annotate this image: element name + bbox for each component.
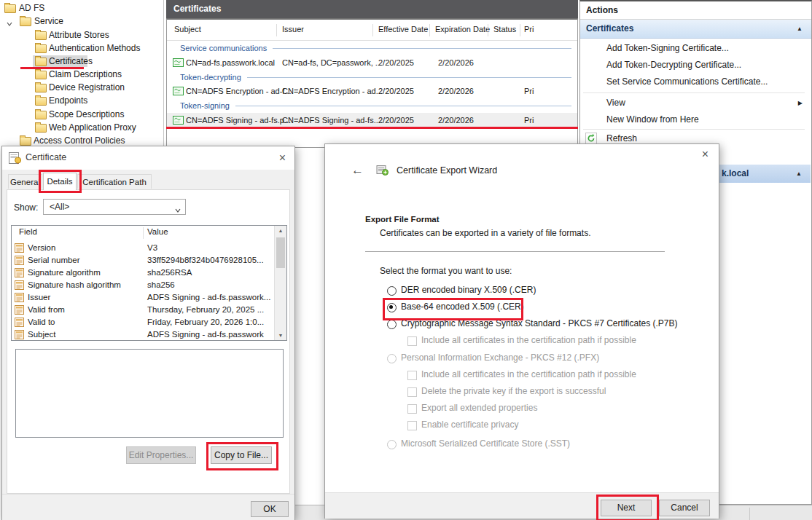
radio-icon-sst bbox=[387, 440, 397, 449]
show-dropdown[interactable]: <All> bbox=[43, 199, 186, 215]
tab-details[interactable]: Details bbox=[43, 173, 77, 190]
option-pfx-delete-key: Delete the private key if the export is … bbox=[325, 386, 719, 401]
checkbox-icon-pfx-include bbox=[407, 371, 417, 380]
chevron-down-icon[interactable] bbox=[6, 18, 13, 25]
edit-properties-button: Edit Properties... bbox=[126, 446, 196, 464]
field-column-header[interactable]: Field bbox=[19, 227, 37, 236]
field-value-preview-box bbox=[15, 349, 284, 438]
folder-icon bbox=[20, 137, 31, 146]
close-icon[interactable]: × bbox=[702, 149, 708, 160]
tree-item-scope-descriptions[interactable]: Scope Descriptions bbox=[0, 108, 162, 121]
certificate-export-wizard: × ← Certificate Export Wizard Export Fil… bbox=[324, 143, 719, 519]
cell-issuer: CN=ADFS Encryption - ad... bbox=[282, 87, 383, 95]
show-dropdown-value: <All> bbox=[50, 202, 69, 212]
copy-to-file-button[interactable]: Copy to File... bbox=[211, 446, 272, 464]
option-pkcs7-include: Include all certificates in the certific… bbox=[325, 335, 719, 350]
action-view[interactable]: View ▶ bbox=[580, 95, 811, 111]
panel-splitter[interactable] bbox=[163, 0, 164, 146]
field-row-issuer[interactable]: Issuer ADFS Signing - ad-fs.passwork... bbox=[12, 291, 286, 304]
radio-icon-pfx bbox=[387, 354, 397, 363]
folder-icon bbox=[35, 111, 47, 119]
tree-item-ad-fs[interactable]: AD FS bbox=[0, 1, 162, 15]
value-column-header[interactable]: Value bbox=[147, 227, 168, 236]
submenu-arrow-icon: ▶ bbox=[798, 95, 803, 111]
action-new-window[interactable]: New Window from Here bbox=[580, 111, 811, 128]
tab-general[interactable]: General bbox=[8, 174, 42, 189]
field-row-serial-number[interactable]: Serial number 33ff5294b8f324b0476928105.… bbox=[12, 254, 286, 267]
close-icon[interactable]: × bbox=[279, 152, 286, 164]
next-button[interactable]: Next bbox=[601, 500, 652, 516]
wizard-separator bbox=[365, 251, 665, 252]
wizard-heading: Export File Format bbox=[365, 215, 440, 224]
field-row-signature-hash-algorithm[interactable]: Signature hash algorithm sha256 bbox=[12, 279, 286, 291]
cell-effective: 2/20/2025 bbox=[378, 58, 414, 67]
radio-icon-base64[interactable] bbox=[387, 303, 397, 312]
option-der[interactable]: DER encoded binary X.509 (.CER) bbox=[325, 285, 719, 299]
certificate-fields-list[interactable]: Field Value Version V3 Serial number 33f… bbox=[11, 225, 287, 341]
scroll-up-icon[interactable]: ▲ bbox=[275, 228, 286, 233]
certificate-row-service-communications[interactable]: CN=ad-fs.passwork.local CN=ad-fs, DC=pas… bbox=[167, 55, 577, 70]
folder-icon bbox=[4, 4, 16, 13]
option-pkcs7[interactable]: Cryptographic Message Syntax Standard - … bbox=[325, 318, 719, 333]
field-row-version[interactable]: Version V3 bbox=[12, 242, 286, 254]
back-arrow-icon[interactable]: ← bbox=[351, 163, 364, 178]
tree-item-certificates[interactable]: Certificates bbox=[0, 55, 162, 68]
tree-item-authentication-methods[interactable]: Authentication Methods bbox=[0, 42, 162, 55]
certificate-dialog: Certificate × General Details Certificat… bbox=[1, 146, 295, 520]
field-row-signature-algorithm[interactable]: Signature algorithm sha256RSA bbox=[12, 267, 286, 279]
scrollbar-thumb[interactable] bbox=[276, 237, 285, 268]
field-row-subject[interactable]: Subject ADFS Signing - ad-fs.passwork bbox=[12, 328, 286, 341]
column-header-effective-date[interactable]: Effective Date bbox=[378, 25, 428, 34]
option-base64-selected[interactable]: Base-64 encoded X.509 (.CER) bbox=[325, 302, 719, 316]
adfs-management-console: AD FS Service Attribute Stores Authentic… bbox=[0, 0, 812, 520]
action-add-token-signing[interactable]: Add Token-Signing Certificate... bbox=[580, 40, 811, 57]
field-icon bbox=[15, 305, 24, 316]
field-row-valid-from[interactable]: Valid from Thursday, February 20, 2025 .… bbox=[12, 304, 286, 316]
cell-expiration: 2/20/2026 bbox=[438, 116, 474, 125]
tree-item-device-registration[interactable]: Device Registration bbox=[0, 81, 162, 94]
folder-icon bbox=[35, 84, 47, 92]
show-label: Show: bbox=[14, 202, 38, 213]
action-add-token-decrypting[interactable]: Add Token-Decrypting Certificate... bbox=[580, 57, 811, 74]
certificate-row-token-decrypting[interactable]: CN=ADFS Encryption - ad-f... CN=ADFS Enc… bbox=[167, 84, 577, 98]
tree-item-web-application-proxy[interactable]: Web Application Proxy bbox=[0, 121, 162, 134]
folder-icon bbox=[35, 124, 47, 133]
certificate-row-token-signing-selected[interactable]: CN=ADFS Signing - ad-fs.p... CN=ADFS Sig… bbox=[167, 113, 577, 127]
action-set-service-communications[interactable]: Set Service Communications Certificate..… bbox=[580, 74, 811, 90]
scroll-down-icon[interactable]: ▼ bbox=[275, 333, 286, 338]
column-header-subject[interactable]: Subject bbox=[174, 25, 201, 34]
actions-title-bar: Actions bbox=[580, 1, 811, 20]
tree-item-endpoints[interactable]: Endpoints bbox=[0, 94, 162, 107]
fields-scrollbar[interactable]: ▲ ▼ bbox=[274, 226, 286, 340]
radio-icon-pkcs7[interactable] bbox=[387, 320, 397, 329]
tree-item-service[interactable]: Service bbox=[0, 15, 162, 28]
cell-expiration: 2/20/2026 bbox=[438, 87, 474, 95]
cell-primary: Pri bbox=[524, 116, 534, 125]
cancel-button[interactable]: Cancel bbox=[659, 500, 710, 516]
panel-title-bar: Certificates bbox=[166, 0, 578, 18]
certificate-dialog-titlebar[interactable]: Certificate × bbox=[2, 146, 294, 170]
radio-icon-der[interactable] bbox=[387, 286, 397, 296]
collapse-icon[interactable]: ▲ bbox=[797, 20, 803, 38]
tree-item-label: Certificates bbox=[49, 55, 93, 68]
tree-item-label: Endpoints bbox=[49, 94, 87, 107]
collapse-icon[interactable]: ▲ bbox=[796, 165, 802, 183]
column-header-status[interactable]: Status bbox=[493, 25, 516, 34]
option-pfx-privacy: Enable certificate privacy bbox=[325, 419, 719, 434]
checkbox-icon-pkcs7-include bbox=[407, 336, 417, 346]
tab-certification-path[interactable]: Certification Path bbox=[77, 174, 152, 189]
checkbox-icon-pfx-privacy bbox=[407, 421, 417, 430]
group-header-token-signing: Token-signing bbox=[167, 99, 577, 112]
tree-item-claim-descriptions[interactable]: Claim Descriptions bbox=[0, 68, 162, 81]
column-header-primary[interactable]: Pri bbox=[524, 25, 534, 34]
ok-button[interactable]: OK bbox=[251, 501, 289, 517]
column-header-expiration-date[interactable]: Expiration Date bbox=[435, 25, 490, 34]
column-header-issuer[interactable]: Issuer bbox=[282, 25, 304, 34]
actions-section-certificates[interactable]: Certificates ▲ bbox=[580, 20, 811, 39]
tree-item-label: Authentication Methods bbox=[49, 42, 140, 55]
wizard-subheading: Certificates can be exported in a variet… bbox=[380, 228, 590, 238]
tree-item-label: AD FS bbox=[19, 1, 44, 15]
federation-service-section-header-partial[interactable]: k.local ▲ bbox=[719, 165, 811, 183]
tree-item-attribute-stores[interactable]: Attribute Stores bbox=[0, 28, 162, 42]
field-row-valid-to[interactable]: Valid to Friday, February 20, 2026 1:0..… bbox=[12, 316, 286, 328]
